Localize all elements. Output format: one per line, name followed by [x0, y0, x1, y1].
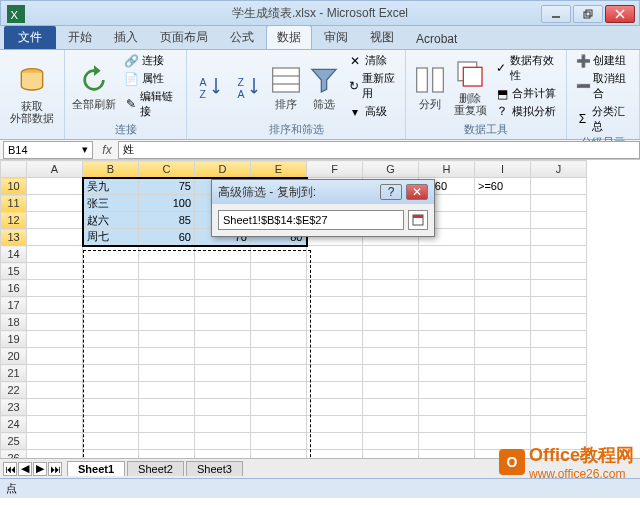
advanced-filter-button[interactable]: ▾高级 — [345, 103, 398, 120]
connections-button[interactable]: 🔗连接 — [122, 52, 181, 69]
advanced-icon: ▾ — [348, 105, 362, 119]
sort-desc-icon: ZA — [236, 75, 260, 99]
dialog-title: 高级筛选 - 复制到: — [218, 184, 316, 201]
cell[interactable]: 60 — [139, 229, 195, 246]
cell[interactable]: 周七 — [83, 229, 139, 246]
row-header[interactable]: 17 — [1, 297, 27, 314]
row-header[interactable]: 10 — [1, 178, 27, 195]
col-header[interactable]: F — [307, 161, 363, 178]
sort-asc-button[interactable]: AZ — [193, 52, 227, 122]
col-header[interactable]: J — [531, 161, 587, 178]
cell[interactable]: 赵六 — [83, 212, 139, 229]
sheet-tab[interactable]: Sheet1 — [67, 461, 125, 476]
cell[interactable]: 张三 — [83, 195, 139, 212]
row-header[interactable]: 13 — [1, 229, 27, 246]
remove-duplicates-button[interactable]: 删除 重复项 — [452, 52, 489, 122]
row-header[interactable]: 14 — [1, 246, 27, 263]
col-header[interactable]: H — [419, 161, 475, 178]
col-header[interactable]: I — [475, 161, 531, 178]
row-header[interactable]: 22 — [1, 382, 27, 399]
dialog-help-button[interactable]: ? — [380, 184, 402, 200]
status-bar: 点 — [0, 478, 640, 498]
group-button[interactable]: ➕创建组 — [573, 52, 633, 69]
tab-acrobat[interactable]: Acrobat — [406, 29, 467, 49]
formula-input[interactable] — [118, 141, 640, 159]
group-data-tools: 数据工具 — [412, 122, 561, 139]
svg-text:A: A — [238, 88, 245, 100]
columns-icon — [414, 64, 446, 96]
edit-links-button[interactable]: ✎编辑链接 — [122, 88, 181, 120]
restore-button[interactable] — [573, 5, 603, 23]
group-connections: 连接 — [71, 122, 180, 139]
tab-view[interactable]: 视图 — [360, 26, 404, 49]
reapply-button[interactable]: ↻重新应用 — [345, 70, 398, 102]
consolidate-button[interactable]: ⬒合并计算 — [492, 85, 560, 102]
row-header[interactable]: 24 — [1, 416, 27, 433]
svg-text:Z: Z — [200, 88, 207, 100]
database-icon — [16, 66, 48, 98]
filter-button[interactable]: 筛选 — [307, 52, 341, 122]
svg-rect-16 — [432, 68, 443, 92]
row-header[interactable]: 18 — [1, 314, 27, 331]
row-header[interactable]: 15 — [1, 263, 27, 280]
properties-button[interactable]: 📄属性 — [122, 70, 181, 87]
sort-button[interactable]: 排序 — [269, 52, 303, 122]
col-header[interactable]: B — [83, 161, 139, 178]
fx-button[interactable]: fx — [96, 143, 118, 157]
row-header[interactable]: 23 — [1, 399, 27, 416]
row-header[interactable]: 26 — [1, 450, 27, 459]
row-header[interactable]: 12 — [1, 212, 27, 229]
excel-icon: X — [7, 5, 25, 23]
subtotal-button[interactable]: Σ分类汇总 — [573, 103, 633, 135]
data-validation-button[interactable]: ✓数据有效性 — [492, 52, 560, 84]
tab-data[interactable]: 数据 — [266, 25, 312, 49]
col-header[interactable]: A — [27, 161, 83, 178]
get-external-data-button[interactable]: 获取 外部数据 — [6, 52, 58, 137]
col-header[interactable]: D — [195, 161, 251, 178]
range-picker-button[interactable] — [408, 210, 428, 230]
tab-formulas[interactable]: 公式 — [220, 26, 264, 49]
name-box[interactable]: B14 ▾ — [3, 141, 93, 159]
tab-page-layout[interactable]: 页面布局 — [150, 26, 218, 49]
col-header[interactable]: G — [363, 161, 419, 178]
cell[interactable]: 100 — [139, 195, 195, 212]
minimize-button[interactable] — [541, 5, 571, 23]
copy-to-input[interactable] — [218, 210, 404, 230]
tab-file[interactable]: 文件 — [4, 26, 56, 49]
row-header[interactable]: 21 — [1, 365, 27, 382]
tab-review[interactable]: 审阅 — [314, 26, 358, 49]
cell[interactable]: 吴九 — [83, 178, 139, 195]
col-header[interactable]: C — [139, 161, 195, 178]
row-header[interactable]: 16 — [1, 280, 27, 297]
whatif-button[interactable]: ？模拟分析 — [492, 103, 560, 120]
cell[interactable]: 75 — [139, 178, 195, 195]
consolidate-icon: ⬒ — [495, 87, 509, 101]
sheet-nav-next[interactable]: ▶ — [33, 462, 47, 476]
cell[interactable]: 85 — [139, 212, 195, 229]
select-all-corner[interactable] — [1, 161, 27, 178]
sheet-nav-prev[interactable]: ◀ — [18, 462, 32, 476]
ungroup-button[interactable]: ➖取消组合 — [573, 70, 633, 102]
sheet-nav-first[interactable]: ⏮ — [3, 462, 17, 476]
row-header[interactable]: 25 — [1, 433, 27, 450]
cell[interactable]: >=60 — [475, 178, 531, 195]
formula-bar: B14 ▾ fx — [0, 140, 640, 160]
sheet-tab[interactable]: Sheet3 — [186, 461, 243, 476]
tab-insert[interactable]: 插入 — [104, 26, 148, 49]
row-header[interactable]: 20 — [1, 348, 27, 365]
close-button[interactable] — [605, 5, 635, 23]
status-mode: 点 — [6, 481, 17, 496]
dialog-close-button[interactable]: ✕ — [406, 184, 428, 200]
sheet-nav-last[interactable]: ⏭ — [48, 462, 62, 476]
sheet-tab[interactable]: Sheet2 — [127, 461, 184, 476]
col-header[interactable]: E — [251, 161, 307, 178]
group-sort-filter: 排序和筛选 — [193, 122, 398, 139]
sort-desc-button[interactable]: ZA — [231, 52, 265, 122]
subtotal-icon: Σ — [576, 112, 588, 126]
tab-home[interactable]: 开始 — [58, 26, 102, 49]
row-header[interactable]: 19 — [1, 331, 27, 348]
refresh-all-button[interactable]: 全部刷新 — [71, 52, 118, 122]
row-header[interactable]: 11 — [1, 195, 27, 212]
text-to-columns-button[interactable]: 分列 — [412, 52, 448, 122]
clear-filter-button[interactable]: ✕清除 — [345, 52, 398, 69]
